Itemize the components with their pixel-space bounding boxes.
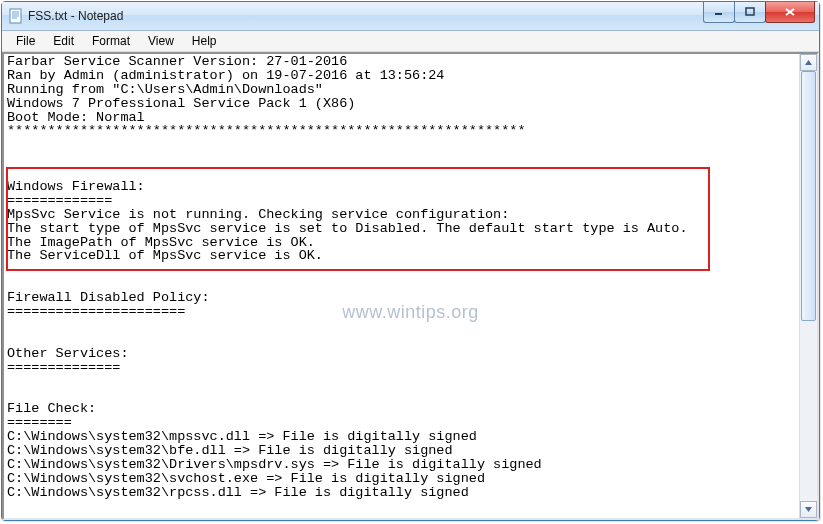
menu-view[interactable]: View <box>140 33 182 49</box>
scroll-track[interactable] <box>800 71 817 501</box>
text-line: Windows 7 Professional Service Pack 1 (X… <box>7 97 796 111</box>
text-line: C:\Windows\system32\bfe.dll => File is d… <box>7 444 796 458</box>
svg-marker-9 <box>805 60 812 65</box>
svg-rect-6 <box>746 8 754 15</box>
text-line: The ServiceDll of MpsSvc service is OK. <box>7 249 796 263</box>
scroll-thumb[interactable] <box>801 71 816 321</box>
text-line: Windows Firewall: <box>7 180 796 194</box>
text-line: Other Services: <box>7 347 796 361</box>
text-line: The ImagePath of MpsSvc service is OK. <box>7 236 796 250</box>
minimize-button[interactable] <box>703 2 735 23</box>
text-line <box>7 138 796 152</box>
vertical-scrollbar[interactable] <box>799 54 817 518</box>
text-line: MpsSvc Service is not running. Checking … <box>7 208 796 222</box>
scroll-up-button[interactable] <box>800 54 817 71</box>
text-line: Running from "C:\Users\Admin\Downloads" <box>7 83 796 97</box>
text-line <box>7 374 796 388</box>
scroll-down-button[interactable] <box>800 501 817 518</box>
text-line: C:\Windows\system32\mpssvc.dll => File i… <box>7 430 796 444</box>
text-line: C:\Windows\system32\rpcss.dll => File is… <box>7 486 796 500</box>
text-line <box>7 333 796 347</box>
svg-marker-10 <box>805 507 812 512</box>
text-line <box>7 166 796 180</box>
text-line <box>7 152 796 166</box>
window-title: FSS.txt - Notepad <box>28 9 123 23</box>
text-line: Farbar Service Scanner Version: 27-01-20… <box>7 55 796 69</box>
text-line: Boot Mode: Normal <box>7 111 796 125</box>
menubar: File Edit Format View Help <box>2 31 819 52</box>
text-line: C:\Windows\system32\svchost.exe => File … <box>7 472 796 486</box>
menu-edit[interactable]: Edit <box>45 33 82 49</box>
text-line <box>7 319 796 333</box>
text-line <box>7 263 796 277</box>
window-controls <box>704 2 815 23</box>
notepad-window: FSS.txt - Notepad File Edit Format View … <box>1 1 820 521</box>
text-line: Firewall Disabled Policy: <box>7 291 796 305</box>
text-line: ============== <box>7 361 796 375</box>
text-line: Ran by Admin (administrator) on 19-07-20… <box>7 69 796 83</box>
text-line: C:\Windows\system32\Drivers\mpsdrv.sys =… <box>7 458 796 472</box>
text-line <box>7 388 796 402</box>
text-area[interactable]: Farbar Service Scanner Version: 27-01-20… <box>4 54 799 518</box>
close-button[interactable] <box>765 2 815 23</box>
text-line: The start type of MpsSvc service is set … <box>7 222 796 236</box>
menu-help[interactable]: Help <box>184 33 225 49</box>
text-line <box>7 277 796 291</box>
text-line: ====================== <box>7 305 796 319</box>
maximize-button[interactable] <box>734 2 766 23</box>
text-line: ======== <box>7 416 796 430</box>
titlebar[interactable]: FSS.txt - Notepad <box>2 2 819 31</box>
text-line: ============= <box>7 194 796 208</box>
menu-file[interactable]: File <box>8 33 43 49</box>
notepad-icon <box>8 8 24 24</box>
content-wrapper: Farbar Service Scanner Version: 27-01-20… <box>2 52 819 520</box>
text-line: File Check: <box>7 402 796 416</box>
menu-format[interactable]: Format <box>84 33 138 49</box>
text-line: ****************************************… <box>7 124 796 138</box>
